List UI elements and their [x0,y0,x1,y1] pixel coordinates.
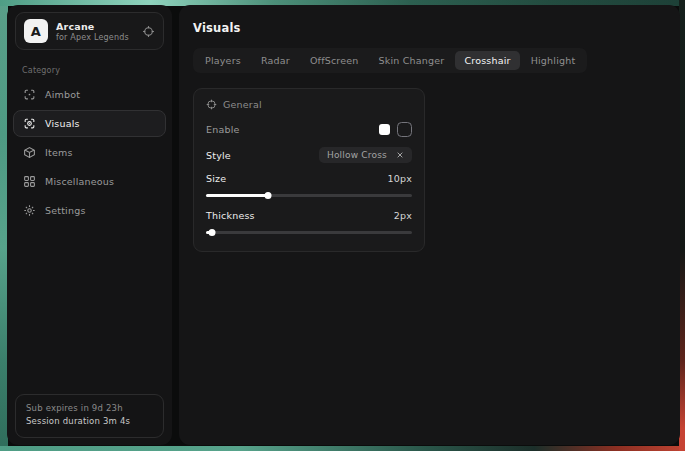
desktop-background-edge-bottom [0,446,685,451]
sidebar-item-visuals[interactable]: Visuals [13,110,166,137]
app-header: A Arcane for Apex Legends [15,12,164,50]
app-title: Arcane [56,21,134,32]
sidebar: A Arcane for Apex Legends Category Aimbo… [7,5,172,445]
style-select-chip[interactable]: Hollow Cross [319,147,412,163]
tab-crosshair[interactable]: Crosshair [455,51,519,70]
sidebar-item-label: Visuals [45,118,80,129]
size-value: 10px [387,173,412,184]
sidebar-item-miscellaneous[interactable]: Miscellaneous [13,168,166,195]
tab-offscreen[interactable]: OffScreen [301,51,368,70]
size-label: Size [206,173,226,184]
size-slider[interactable] [206,190,412,200]
settings-gear-icon [23,204,36,217]
enable-row: Enable [206,122,412,137]
tab-skin-changer[interactable]: Skin Changer [370,51,454,70]
tab-players[interactable]: Players [196,51,250,70]
sidebar-item-settings[interactable]: Settings [13,197,166,224]
size-slider-fill [206,194,268,197]
thickness-slider-thumb[interactable] [209,229,216,236]
sidebar-item-label: Miscellaneous [45,176,114,187]
page-title: Visuals [193,21,666,35]
close-icon[interactable] [396,151,404,159]
aimbot-crosshair-icon [23,88,36,101]
general-card: General Enable Style Hollow Cross [193,88,425,252]
tab-highlight[interactable]: Highlight [522,51,585,70]
session-duration-text: Session duration 3m 4s [26,415,153,429]
general-card-title: General [223,99,262,110]
enable-checkbox[interactable] [379,124,390,135]
thickness-label: Thickness [206,210,255,221]
sidebar-item-label: Settings [45,205,86,216]
sidebar-item-items[interactable]: Items [13,139,166,166]
thickness-row: Thickness 2px [206,210,412,221]
sidebar-item-label: Items [45,147,73,158]
app-header-text: Arcane for Apex Legends [56,21,134,42]
sidebar-spacer [7,225,172,394]
app-logo: A [24,19,48,43]
style-row: Style Hollow Cross [206,147,412,163]
subscription-info-box: Sub expires in 9d 23h Session duration 3… [15,394,164,438]
visuals-tab-bar: Players Radar OffScreen Skin Changer Cro… [193,48,587,73]
enable-label: Enable [206,124,240,135]
sidebar-item-aimbot[interactable]: Aimbot [13,81,166,108]
sidebar-nav: Aimbot Visuals Items [13,80,166,225]
thickness-value: 2px [394,210,412,221]
style-label: Style [206,150,231,161]
items-package-icon [23,146,36,159]
thickness-slider-track [206,231,412,234]
thickness-slider[interactable] [206,227,412,237]
app-logo-letter: A [31,24,41,39]
enable-controls [379,122,412,137]
main-panel: Visuals Players Radar OffScreen Skin Cha… [179,5,680,445]
size-slider-thumb[interactable] [264,192,271,199]
misc-grid-icon [23,175,36,188]
app-subtitle: for Apex Legends [56,33,134,42]
size-row: Size 10px [206,173,412,184]
style-selected-value: Hollow Cross [327,150,387,160]
general-card-header: General [206,99,412,110]
sidebar-item-label: Aimbot [45,89,80,100]
visuals-scan-eye-icon [23,117,36,130]
target-icon[interactable] [142,25,155,38]
crosshair-icon [206,99,217,110]
sub-expires-text: Sub expires in 9d 23h [26,402,153,416]
main-content: Visuals Players Radar OffScreen Skin Cha… [179,5,680,268]
category-section-label: Category [22,66,172,75]
tab-radar[interactable]: Radar [252,51,299,70]
enable-keybind-box[interactable] [397,122,412,137]
